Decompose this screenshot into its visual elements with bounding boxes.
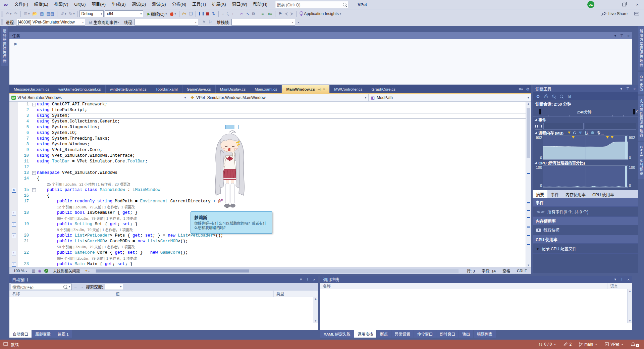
pin-icon[interactable]: ⊤ bbox=[626, 87, 630, 91]
pin-tab-icon[interactable]: ⊣ bbox=[317, 87, 321, 92]
document-tab[interactable]: GameSave.cs bbox=[182, 85, 216, 93]
code-line[interactable]: 12 bbox=[9, 164, 531, 170]
close-icon[interactable]: × bbox=[628, 278, 630, 282]
codelens-references[interactable]: 99+ 个引用 | ZouJin，79 天前 | 1 名作者，1 项更改 bbox=[37, 256, 137, 260]
scrollbar-thumb[interactable] bbox=[96, 269, 249, 272]
menu-item[interactable]: 工具(T) bbox=[189, 0, 209, 9]
menu-item[interactable]: 编辑(E) bbox=[31, 0, 51, 9]
panel-tab[interactable]: 即时窗口 bbox=[436, 330, 459, 338]
diagnostics-tab[interactable]: 事件 bbox=[547, 190, 562, 198]
close-tab-icon[interactable]: × bbox=[323, 87, 325, 91]
panel-tab[interactable]: 命令窗口 bbox=[414, 330, 436, 338]
sync-commits-button[interactable]: ↑↓ 0 / 0 ▲ bbox=[538, 342, 556, 347]
side-tab[interactable]: 服务器资源管理器 bbox=[1, 26, 8, 66]
diagnostics-tab[interactable]: 摘要 bbox=[533, 190, 547, 198]
code-line[interactable]: 8using System.Windows; bbox=[9, 142, 531, 147]
panel-tab[interactable]: 调用堆栈 bbox=[354, 330, 376, 338]
code-line[interactable]: 7using System.Threading.Tasks; bbox=[9, 136, 531, 142]
new-project-button[interactable]: ⊞▾ bbox=[22, 10, 31, 18]
column-indicator[interactable]: 字符: 14 bbox=[480, 268, 498, 273]
diagnostics-tab[interactable]: 内存使用率 bbox=[562, 190, 589, 198]
minimize-button[interactable]: — bbox=[604, 0, 617, 9]
pin-icon[interactable]: ⊤ bbox=[620, 34, 624, 38]
scrollbar-thumb[interactable] bbox=[527, 108, 530, 158]
side-tab[interactable]: Git 更改 bbox=[638, 72, 644, 95]
code-line[interactable]: ↑20 public List<PetLoader> Pets { get; s… bbox=[9, 233, 531, 239]
code-line[interactable]: 14{ bbox=[9, 176, 531, 182]
document-tab[interactable]: winGameSetting.xaml.cs bbox=[54, 85, 106, 93]
menu-item[interactable]: 生成(B) bbox=[109, 0, 129, 9]
zoom-in-icon[interactable]: + bbox=[552, 95, 555, 98]
step-out-button[interactable]: ↑ bbox=[230, 10, 235, 18]
code-line[interactable]: 9using VPet_Simulator.Core; bbox=[9, 147, 531, 153]
desktop-pet-character[interactable] bbox=[207, 129, 253, 211]
pause-events-button[interactable] bbox=[535, 123, 542, 130]
zoom-select[interactable]: 100 % ▾ bbox=[11, 269, 29, 273]
codelens-row[interactable]: 99+ 个引用 | ZouJin，79 天前 | 1 名作者，1 项更改 bbox=[9, 256, 531, 261]
navigate-back-button[interactable]: ↶▾ bbox=[4, 10, 13, 18]
redo-button[interactable]: ↻▾ bbox=[67, 10, 76, 18]
prev-bookmark-button[interactable]: ⮜ bbox=[283, 10, 289, 18]
reset-view-icon[interactable]: ⵏıl bbox=[568, 94, 571, 99]
close-icon[interactable]: × bbox=[628, 34, 630, 38]
code-editor[interactable]: 1−using ChatGPT.API.Framework;2using Lin… bbox=[9, 102, 531, 267]
panel-tab[interactable]: 自动窗口 bbox=[9, 330, 32, 338]
side-tab[interactable]: 解决方案资源管理器 bbox=[638, 26, 644, 70]
column-header[interactable]: 值 bbox=[113, 291, 274, 297]
record-cpu-profile-link[interactable]: ● 记录 CPU 配置文件 bbox=[533, 244, 638, 254]
document-tab[interactable]: MainDisplay.cs bbox=[216, 85, 250, 93]
document-tab[interactable]: MessageBar.xaml.cs bbox=[9, 85, 54, 93]
code-line[interactable]: 4using System.Collections.Generic; bbox=[9, 119, 531, 124]
code-line[interactable]: 3using System; bbox=[9, 113, 531, 119]
codelens-references[interactable]: 9 个引用 | ZouJin，79 天前 | 1 名作者，1 项更改 bbox=[37, 228, 133, 232]
toolbar-grip[interactable] bbox=[1, 11, 3, 17]
project-dropdown[interactable]: C# VPet-Simulator.Windows▾ bbox=[9, 94, 188, 101]
diagnostics-title-bar[interactable]: 诊断工具 ▾ ⊤ × bbox=[533, 85, 638, 92]
tasks-title-bar[interactable]: 任务 ▾ ⊤ × bbox=[9, 32, 632, 39]
solution-config-select[interactable]: Debug▾ bbox=[79, 10, 104, 17]
close-icon[interactable]: × bbox=[313, 278, 315, 282]
timeline-ruler[interactable]: 2:40分钟 2 bbox=[533, 108, 638, 117]
menu-item[interactable]: 调试(D) bbox=[129, 0, 149, 9]
thread-select[interactable]: ▾ bbox=[135, 19, 198, 26]
window-position-icon[interactable]: ▾ bbox=[614, 34, 616, 38]
codelens-references[interactable]: 99+ 个引用 | ZouJin，79 天前 | 1 名作者，1 项更改 bbox=[37, 216, 137, 220]
search-depth-select[interactable]: ▾ bbox=[105, 284, 123, 290]
feedback-icon[interactable] bbox=[634, 12, 639, 16]
code-line[interactable]: 6using System.IO; bbox=[9, 130, 531, 136]
panel-tab[interactable]: 局部变量 bbox=[32, 330, 54, 338]
editor-vertical-scrollbar[interactable]: ▲ ▼ bbox=[526, 102, 531, 267]
menu-item[interactable]: 项目(P) bbox=[89, 0, 109, 9]
avatar[interactable]: JZ bbox=[587, 1, 594, 8]
document-tab[interactable]: winBetterBuy.xaml.cs bbox=[106, 85, 151, 93]
intellitrace-button[interactable]: ✂ bbox=[239, 10, 245, 18]
document-tab[interactable]: MWController.cs bbox=[330, 85, 367, 93]
platform-select[interactable]: x64▾ bbox=[105, 10, 143, 17]
xaml-tree-button[interactable]: ⧉ bbox=[251, 10, 257, 18]
restore-button[interactable] bbox=[617, 0, 631, 9]
collapse-region-icon[interactable]: − bbox=[32, 171, 36, 175]
panel-tab[interactable]: 监视 1 bbox=[54, 330, 72, 338]
autos-search-input[interactable]: 搜索(Ctrl+E) ▾ bbox=[11, 284, 72, 290]
code-line[interactable]: ⧉15− public partial class MainWindow : I… bbox=[9, 187, 531, 193]
export-icon[interactable]: ⎙ bbox=[544, 94, 548, 99]
code-line[interactable]: ↑23 public Main Main { get; set; } bbox=[9, 261, 531, 267]
codelens-references[interactable]: 25 个引用 | ZouJin，21 小时前 | 1 名作者，20 项更改 bbox=[37, 182, 130, 186]
indent-increase-button[interactable]: ⇥≡ bbox=[265, 10, 273, 18]
search-input[interactable]: 搜索 (Ctrl+Q) bbox=[275, 1, 348, 8]
menu-item[interactable]: 分析(N) bbox=[169, 0, 189, 9]
callstack-content[interactable]: ▲▼ bbox=[320, 289, 632, 323]
pin-icon[interactable]: ⊤ bbox=[620, 277, 624, 282]
search-prev-icon[interactable]: ← bbox=[74, 285, 78, 289]
pin-icon[interactable]: ⊤ bbox=[306, 277, 309, 282]
stack-frame-select[interactable]: ▾ bbox=[231, 19, 295, 26]
pet-speech-bubble[interactable]: 萝莉斯 你好你好~有什么可以帮助你的吗？或者有什么想和我聊聊的吗？ bbox=[191, 211, 272, 234]
settings-gear-icon[interactable]: ⚙ bbox=[536, 94, 540, 99]
autos-scrollbar[interactable]: ▲▼ bbox=[313, 297, 318, 323]
tasks-content[interactable]: ⚑ bbox=[9, 39, 632, 85]
indent-decrease-button[interactable]: ≡ bbox=[260, 10, 265, 18]
repository-button[interactable]: VPet ▲ bbox=[605, 342, 624, 347]
spaces-indicator[interactable]: 空格 bbox=[500, 268, 512, 273]
side-tab[interactable]: XAML 实时预览 bbox=[638, 142, 644, 179]
step-into-button[interactable]: ↓ bbox=[220, 10, 225, 18]
